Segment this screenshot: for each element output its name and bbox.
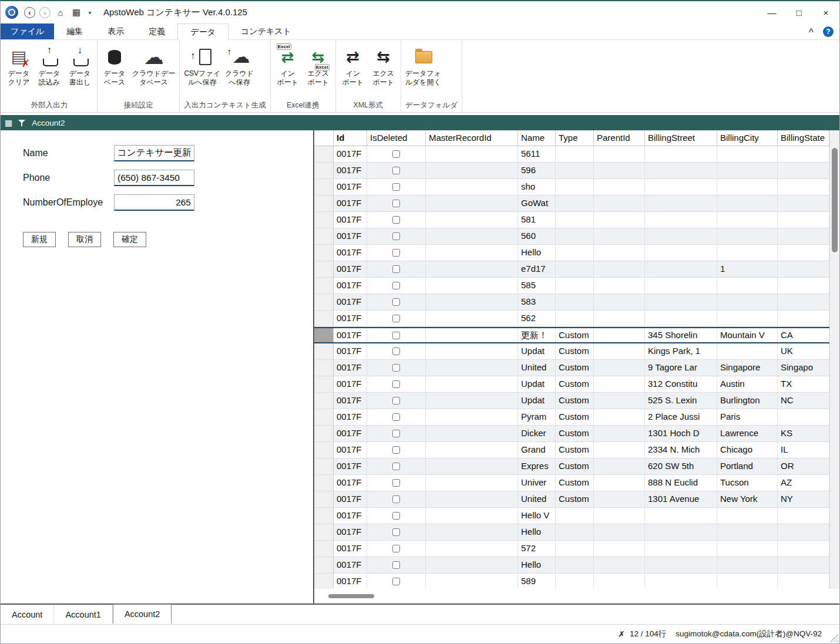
grid-cell[interactable]: 585 — [518, 278, 556, 294]
grid-cell[interactable] — [717, 294, 778, 310]
grid-cell[interactable] — [778, 245, 829, 261]
grid-cell[interactable] — [594, 409, 645, 425]
grid-cell[interactable]: Updat — [518, 343, 556, 359]
data-load-button[interactable]: データ読込み — [34, 45, 65, 88]
grid-cell[interactable]: 596 — [518, 163, 556, 178]
xml-export-button[interactable]: エクスポート — [368, 45, 399, 88]
grid-cell[interactable]: 0017F — [334, 557, 367, 573]
grid-cell[interactable]: 0017F — [334, 442, 367, 458]
grid-cell[interactable] — [778, 409, 829, 425]
window-grid-icon[interactable]: ▦ — [70, 6, 82, 18]
save-to-cloud-button[interactable]: クラウドへ保存 — [223, 45, 256, 88]
table-row[interactable]: 0017FHello — [314, 524, 829, 541]
grid-cell[interactable] — [556, 179, 594, 195]
grid-cell[interactable] — [594, 245, 645, 261]
isdeleted-checkbox[interactable] — [392, 495, 400, 503]
isdeleted-checkbox[interactable] — [392, 216, 400, 224]
grid-cell[interactable] — [594, 508, 645, 524]
xml-import-button[interactable]: インポート — [338, 45, 368, 88]
grid-cell[interactable]: 1 — [717, 261, 778, 277]
grid-cell[interactable]: Hello — [518, 524, 556, 540]
isdeleted-checkbox[interactable] — [392, 463, 400, 470]
table-row[interactable]: 0017Fsho — [314, 179, 829, 195]
row-selector[interactable] — [314, 376, 334, 392]
grid-cell[interactable]: Portland — [717, 458, 778, 474]
grid-cell[interactable] — [594, 393, 645, 409]
grid-cell[interactable] — [426, 195, 518, 211]
grid-cell[interactable] — [426, 360, 518, 376]
grid-cell[interactable]: 0017F — [334, 541, 367, 557]
grid-cell[interactable] — [594, 261, 645, 277]
grid-cell[interactable]: 0017F — [334, 179, 367, 195]
grid-cell[interactable]: AZ — [778, 475, 829, 491]
grid-cell[interactable] — [556, 508, 594, 524]
grid-cell[interactable]: Custom — [556, 475, 594, 491]
grid-cell[interactable] — [594, 574, 645, 589]
row-selector[interactable] — [314, 311, 334, 326]
grid-cell[interactable]: 0017F — [334, 278, 367, 294]
grid-cell[interactable]: 0017F — [334, 212, 367, 228]
help-button[interactable]: ? — [823, 26, 834, 37]
grid-cell[interactable] — [426, 458, 518, 474]
grid-col-header-masterrecordid[interactable]: MasterRecordId — [426, 130, 518, 146]
grid-cell[interactable] — [594, 557, 645, 573]
save-to-csv-button[interactable]: CSVファイルへ保存 — [182, 45, 223, 88]
grid-cell[interactable] — [426, 146, 518, 162]
grid-cell[interactable] — [594, 311, 645, 326]
grid-cell[interactable] — [778, 557, 829, 573]
grid-cell[interactable] — [426, 393, 518, 409]
grid-cell[interactable] — [717, 228, 778, 244]
table-row[interactable]: 0017FUniverCustom888 N EuclidTucsonAZ — [314, 475, 829, 491]
table-row[interactable]: 0017F560 — [314, 228, 829, 245]
grid-cell[interactable] — [594, 343, 645, 359]
grid-cell[interactable] — [717, 245, 778, 261]
grid-cell[interactable]: Austin — [717, 376, 778, 392]
table-row[interactable]: 0017FUpdatCustom525 S. LexinBurlingtonNC — [314, 393, 829, 409]
grid-cell[interactable] — [717, 278, 778, 294]
row-selector[interactable] — [314, 475, 334, 491]
caret-down-icon[interactable]: ▾ — [86, 6, 93, 18]
menu-tab-edit[interactable]: 編集 — [54, 23, 95, 39]
isdeleted-checkbox[interactable] — [392, 315, 400, 322]
grid-cell[interactable] — [645, 146, 717, 162]
grid-cell[interactable] — [426, 442, 518, 458]
grid-cell[interactable] — [594, 294, 645, 310]
grid-cell[interactable]: 583 — [518, 294, 556, 310]
row-selector[interactable] — [314, 146, 334, 162]
table-row[interactable]: 0017FUpdatCustom312 ConstituAustinTX — [314, 376, 829, 393]
row-selector[interactable] — [314, 574, 334, 589]
cancel-button[interactable]: 取消 — [68, 232, 101, 247]
grid-cell[interactable]: Expres — [518, 458, 556, 474]
table-row[interactable]: 0017F5611 — [314, 146, 829, 163]
grid-cell[interactable]: 更新！ — [518, 328, 556, 342]
isdeleted-checkbox[interactable] — [392, 332, 400, 339]
grid-cell[interactable] — [645, 245, 717, 261]
grid-cell[interactable] — [645, 508, 717, 524]
grid-cell[interactable]: 0017F — [334, 574, 367, 589]
grid-cell[interactable]: 581 — [518, 212, 556, 228]
grid-cell[interactable] — [426, 409, 518, 425]
grid-cell[interactable] — [778, 311, 829, 326]
grid-cell[interactable]: 0017F — [334, 409, 367, 425]
grid-cell[interactable] — [556, 228, 594, 244]
tab-account2[interactable]: Account2 — [113, 604, 172, 624]
number-of-employees-field[interactable] — [114, 194, 194, 211]
grid-cell[interactable]: Grand — [518, 442, 556, 458]
excel-export-button[interactable]: エクスポート — [303, 45, 334, 88]
grid-cell[interactable] — [717, 574, 778, 589]
grid-cell[interactable]: Custom — [556, 360, 594, 376]
table-row[interactable]: 0017F581 — [314, 212, 829, 228]
isdeleted-checkbox[interactable] — [392, 578, 400, 585]
grid-cell[interactable]: United — [518, 491, 556, 507]
row-selector[interactable] — [314, 245, 334, 261]
grid-cell[interactable]: 572 — [518, 541, 556, 557]
grid-cell[interactable]: 312 Constitu — [645, 376, 717, 392]
isdeleted-checkbox[interactable] — [392, 528, 400, 536]
grid-col-header-billingcity[interactable]: BillingCity — [717, 130, 778, 146]
grid-cell[interactable] — [426, 228, 518, 244]
grid-cell[interactable] — [594, 212, 645, 228]
maximize-button[interactable]: □ — [785, 1, 812, 23]
grid-cell[interactable] — [717, 524, 778, 540]
grid-cell[interactable] — [778, 146, 829, 162]
grid-cell[interactable] — [594, 458, 645, 474]
